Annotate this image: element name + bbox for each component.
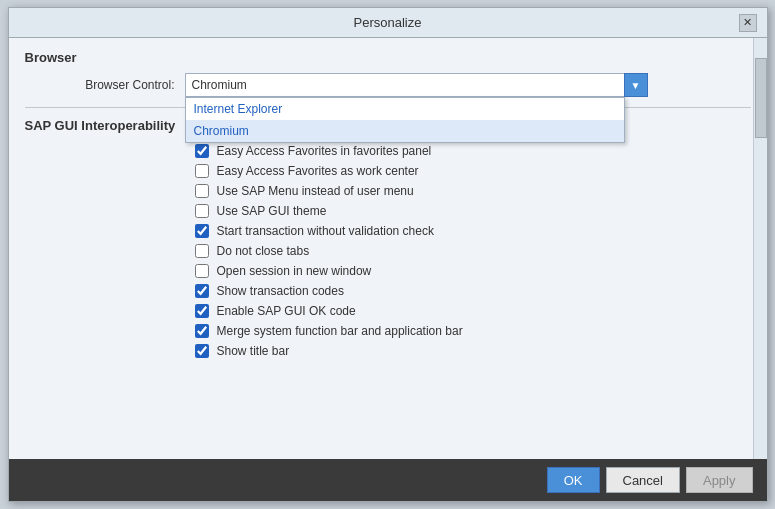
- checkbox-0[interactable]: [195, 144, 209, 158]
- checkbox-label-10: Show title bar: [217, 344, 290, 358]
- dropdown-item-chromium[interactable]: Chromium: [186, 120, 624, 142]
- checkbox-row-3: Use SAP GUI theme: [25, 201, 751, 221]
- checkbox-10[interactable]: [195, 344, 209, 358]
- checkbox-2[interactable]: [195, 184, 209, 198]
- checkbox-label-7: Show transaction codes: [217, 284, 344, 298]
- checkbox-1[interactable]: [195, 164, 209, 178]
- apply-button[interactable]: Apply: [686, 467, 753, 493]
- checkbox-label-6: Open session in new window: [217, 264, 372, 278]
- checkbox-label-4: Start transaction without validation che…: [217, 224, 434, 238]
- dialog-content: Browser Browser Control: Internet Explor…: [9, 38, 767, 459]
- browser-section-header: Browser: [25, 50, 751, 65]
- browser-control-select-container: Internet Explorer Chromium: [185, 73, 648, 97]
- checkbox-row-5: Do not close tabs: [25, 241, 751, 261]
- checkbox-row-6: Open session in new window: [25, 261, 751, 281]
- cancel-button[interactable]: Cancel: [606, 467, 680, 493]
- checkbox-row-8: Enable SAP GUI OK code: [25, 301, 751, 321]
- checkbox-row-7: Show transaction codes: [25, 281, 751, 301]
- checkbox-3[interactable]: [195, 204, 209, 218]
- checkbox-4[interactable]: [195, 224, 209, 238]
- scrollbar-track[interactable]: [753, 38, 767, 459]
- checkbox-7[interactable]: [195, 284, 209, 298]
- checkbox-row-0: Easy Access Favorites in favorites panel: [25, 141, 751, 161]
- checkbox-row-9: Merge system function bar and applicatio…: [25, 321, 751, 341]
- checkbox-label-9: Merge system function bar and applicatio…: [217, 324, 463, 338]
- browser-control-row: Browser Control: Internet Explorer Chrom…: [25, 73, 751, 97]
- checkbox-label-8: Enable SAP GUI OK code: [217, 304, 356, 318]
- dropdown-item-ie[interactable]: Internet Explorer: [186, 98, 624, 120]
- browser-control-label: Browser Control:: [25, 78, 185, 92]
- checkbox-label-2: Use SAP Menu instead of user menu: [217, 184, 414, 198]
- checkbox-8[interactable]: [195, 304, 209, 318]
- checkbox-row-2: Use SAP Menu instead of user menu: [25, 181, 751, 201]
- checkbox-label-3: Use SAP GUI theme: [217, 204, 327, 218]
- checkbox-9[interactable]: [195, 324, 209, 338]
- personalize-dialog: Personalize ✕ Browser Browser Control: I…: [8, 7, 768, 502]
- browser-control-input[interactable]: [185, 73, 625, 97]
- scrollbar-thumb[interactable]: [755, 58, 767, 138]
- checkbox-row-10: Show title bar: [25, 341, 751, 361]
- checkbox-6[interactable]: [195, 264, 209, 278]
- title-bar: Personalize ✕: [9, 8, 767, 38]
- checkbox-row-1: Easy Access Favorites as work center: [25, 161, 751, 181]
- checkbox-label-1: Easy Access Favorites as work center: [217, 164, 419, 178]
- dialog-footer: OK Cancel Apply: [9, 459, 767, 501]
- close-button[interactable]: ✕: [739, 14, 757, 32]
- browser-dropdown-menu: Internet Explorer Chromium: [185, 97, 625, 143]
- ok-button[interactable]: OK: [547, 467, 600, 493]
- checkbox-row-4: Start transaction without validation che…: [25, 221, 751, 241]
- checkbox-label-0: Easy Access Favorites in favorites panel: [217, 144, 432, 158]
- browser-control-dropdown-button[interactable]: [624, 73, 648, 97]
- checkbox-label-5: Do not close tabs: [217, 244, 310, 258]
- checkbox-5[interactable]: [195, 244, 209, 258]
- dialog-title: Personalize: [37, 15, 739, 30]
